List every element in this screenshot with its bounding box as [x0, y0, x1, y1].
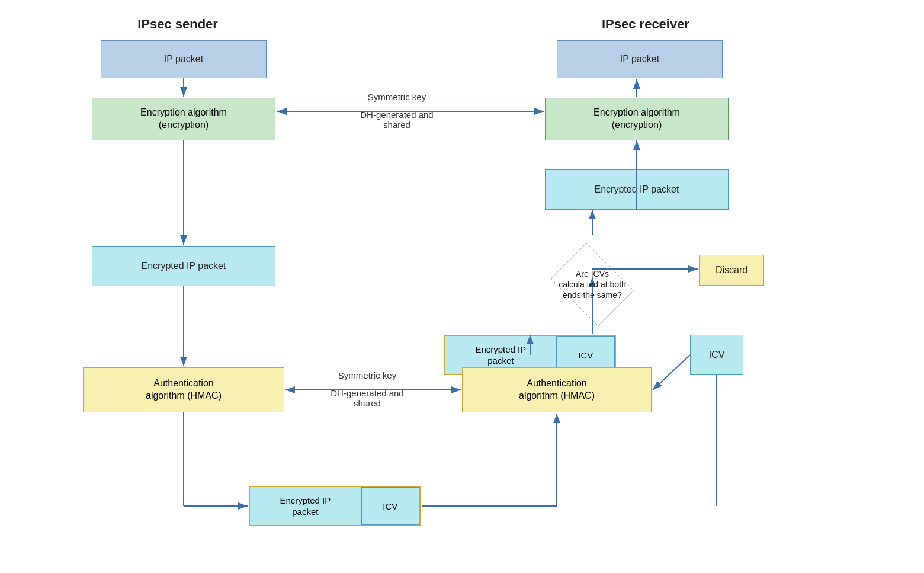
sender-combined-packet-bottom: Encrypted IPpacket ICV: [249, 486, 421, 526]
sender-combined-enc-packet-bottom: Encrypted IPpacket: [250, 487, 361, 525]
receiver-enc-ip-packet-box: Encrypted IP packet: [545, 169, 729, 210]
sender-combined-icv-bottom: ICV: [361, 487, 419, 525]
sender-ip-packet-box: IP packet: [101, 40, 267, 78]
arrows-svg: [0, 0, 924, 573]
dh-generated-label-bottom: DH-generated andshared: [290, 388, 444, 408]
diagram-container: IPsec sender IPsec receiver IP packet En…: [0, 0, 924, 573]
dh-generated-label-top: DH-generated andshared: [284, 110, 509, 130]
receiver-auth-algo-label: Authenticationalgorithm (HMAC): [462, 367, 652, 412]
svg-line-13: [653, 355, 690, 390]
sender-auth-algo-label: Authenticationalgorithm (HMAC): [83, 367, 284, 412]
receiver-enc-algo-label: Encryption algorithm(encryption): [545, 98, 729, 140]
symmetric-key-label-top: Symmetric key: [284, 92, 509, 102]
sender-enc-ip-packet-box: Encrypted IP packet: [92, 246, 275, 286]
receiver-title: IPsec receiver: [545, 17, 746, 32]
sender-title: IPsec sender: [95, 17, 261, 32]
icv-decision-diamond: Are ICVscalcula ted at bothends the same…: [509, 234, 675, 335]
diamond-text: Are ICVscalcula ted at bothends the same…: [559, 268, 626, 301]
sender-enc-algo-label: Encryption algorithm(encryption): [92, 98, 275, 140]
receiver-ip-packet-box: IP packet: [557, 40, 723, 78]
icv-standalone-box: ICV: [690, 335, 743, 375]
symmetric-key-label-bottom: Symmetric key: [290, 370, 444, 380]
discard-box: Discard: [699, 255, 764, 286]
